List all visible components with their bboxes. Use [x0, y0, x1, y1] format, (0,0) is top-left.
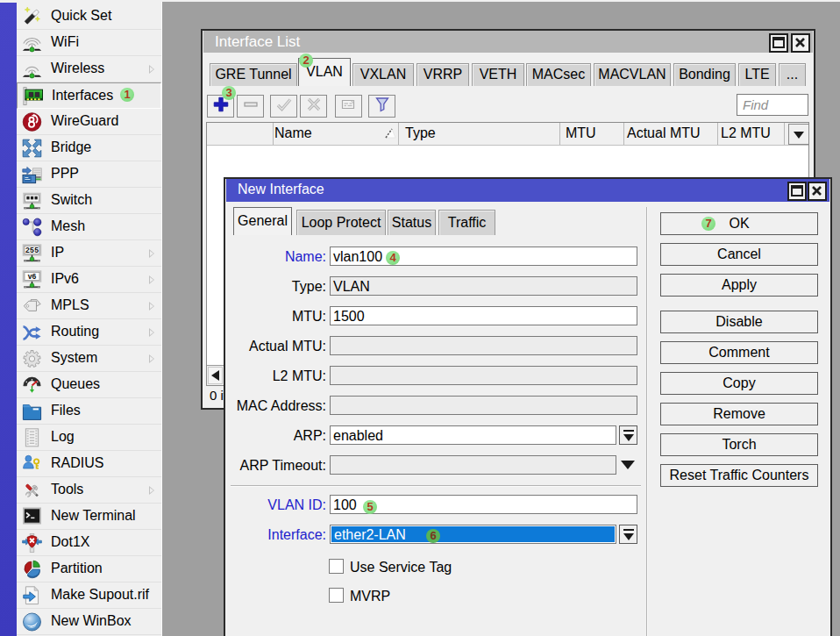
- svg-text:255: 255: [25, 246, 38, 254]
- svg-text:v6: v6: [27, 272, 36, 281]
